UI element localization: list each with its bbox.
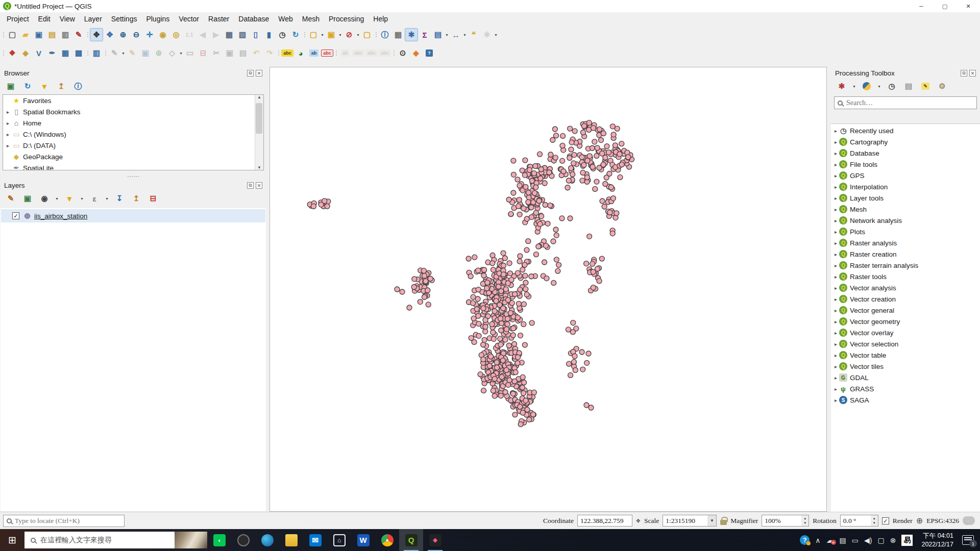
expand-arrow-icon[interactable]: ▸ — [832, 207, 839, 212]
network-icon[interactable]: ▤ — [840, 537, 846, 544]
pan-to-selection-icon[interactable]: ✥ — [103, 28, 116, 41]
minimize-icon[interactable]: ─ — [910, 0, 933, 12]
processing-group-row[interactable]: ▸QRaster analysis — [831, 237, 980, 248]
browser-item-bookmark[interactable]: ▸▯Spatial Bookmarks — [3, 106, 263, 117]
float-panel-icon[interactable]: ⧉ — [247, 70, 254, 77]
python-icon-dropdown[interactable]: ▾ — [877, 84, 881, 89]
expand-arrow-icon[interactable]: ▸ — [832, 296, 839, 302]
word-icon[interactable]: W — [351, 529, 375, 551]
menu-item-layer[interactable]: Layer — [80, 13, 107, 24]
new-geopackage-icon[interactable]: ◆ — [19, 46, 32, 60]
deselect-all-icon[interactable]: ⊘ — [342, 28, 356, 41]
menu-item-web[interactable]: Web — [274, 13, 298, 24]
sum-features-icon[interactable]: Σ — [418, 28, 431, 41]
data-source-manager-icon[interactable]: ❖ — [6, 46, 19, 60]
new-3d-map-view-icon[interactable]: ▧ — [236, 28, 249, 41]
expand-arrow-icon[interactable]: ▸ — [832, 218, 839, 223]
zoom-in-icon[interactable]: ⊕ — [116, 28, 130, 41]
zoom-full-icon[interactable]: ✛ — [143, 28, 156, 41]
chevron-down-icon[interactable]: ▼ — [707, 515, 717, 527]
help-contents-icon[interactable]: ? — [423, 46, 436, 60]
map-tips-icon[interactable]: ❝ — [467, 28, 480, 41]
select-by-location-icon[interactable]: ▢ — [360, 28, 374, 41]
processing-group-row[interactable]: ▸QVector table — [831, 349, 980, 361]
menu-item-plugins[interactable]: Plugins — [141, 13, 174, 24]
menu-item-settings[interactable]: Settings — [107, 13, 142, 24]
filter-legend-icon[interactable]: ▼ — [63, 192, 76, 205]
menu-item-view[interactable]: View — [55, 13, 80, 24]
scale-combo[interactable] — [663, 515, 707, 527]
browser-scrollbar[interactable]: ▲▼ — [255, 95, 263, 170]
notification-center-icon[interactable]: 1 — [962, 535, 974, 545]
expand-arrow-icon[interactable]: ▸ — [832, 330, 839, 336]
vertex-tool-icon-dropdown[interactable]: ▾ — [179, 51, 183, 56]
edge-icon[interactable] — [255, 529, 279, 551]
float-panel-icon[interactable]: ⧉ — [247, 182, 254, 189]
qgis-taskbar-icon[interactable]: Q — [399, 529, 423, 551]
browser-item-folder[interactable]: ▸▭C:\ (Windows) — [3, 129, 263, 140]
magnifier-spinner[interactable]: ▲▼ — [801, 515, 809, 527]
processing-group-row[interactable]: ▸QNetwork analysis — [831, 215, 980, 226]
processing-group-row[interactable]: ▸QFile tools — [831, 159, 980, 170]
processing-group-row[interactable]: ▸ψGRASS — [831, 383, 980, 394]
search-highlight-image[interactable] — [175, 532, 207, 548]
help-tray-icon[interactable]: ? — [800, 535, 810, 545]
expand-arrow-icon[interactable]: ▸ — [832, 308, 839, 313]
messages-icon[interactable] — [963, 516, 975, 525]
processing-group-row[interactable]: ▸QVector analysis — [831, 282, 980, 293]
layer-diagram-icon[interactable]: ◕ — [294, 46, 307, 60]
new-shapefile-icon[interactable]: V — [32, 46, 45, 60]
panel-splitter[interactable] — [0, 174, 266, 179]
edit-features-inplace-icon[interactable]: ✎ — [919, 80, 932, 93]
taskbar-clock[interactable]: 下午 04:01 2022/12/17 — [921, 532, 953, 548]
expand-arrow-icon[interactable]: ▸ — [832, 184, 839, 190]
results-viewer-icon[interactable]: ▤ — [902, 80, 915, 93]
expand-arrow-icon[interactable]: ▸ — [832, 240, 839, 246]
filter-browser-icon[interactable]: ▼ — [38, 80, 51, 93]
refresh-icon[interactable]: ↻ — [289, 28, 302, 41]
browser-item-spatialite[interactable]: ✒SpatiaLite — [3, 162, 263, 170]
expand-arrow-icon[interactable]: ▸ — [832, 341, 839, 347]
close-icon[interactable]: ✕ — [957, 0, 980, 12]
measure-icon-dropdown[interactable]: ▾ — [462, 33, 467, 37]
maximize-icon[interactable]: ▢ — [933, 0, 957, 12]
menu-item-database[interactable]: Database — [234, 13, 274, 24]
globe-icon[interactable]: ⊕ — [916, 516, 923, 525]
expand-arrow-icon[interactable]: ▸ — [832, 364, 839, 369]
expand-arrow-icon[interactable]: ▸ — [832, 285, 839, 291]
camera-app-icon[interactable] — [231, 529, 255, 551]
select-features-icon[interactable]: ▢ — [307, 28, 320, 41]
camera-tray-icon[interactable]: ▢ — [877, 537, 884, 544]
expand-arrow-icon[interactable]: ▸ — [5, 120, 11, 126]
expand-arrow-icon[interactable]: ▸ — [832, 173, 839, 179]
project-new-icon[interactable]: ▢ — [6, 28, 19, 41]
select-features-icon-dropdown[interactable]: ▾ — [320, 33, 325, 37]
magnifier-input[interactable] — [762, 515, 801, 527]
refresh-browser-icon[interactable]: ↻ — [21, 80, 34, 93]
layout-manager-icon[interactable]: ▥ — [59, 28, 72, 41]
expand-arrow-icon[interactable]: ▸ — [832, 375, 839, 381]
expand-arrow-icon[interactable]: ▸ — [832, 263, 839, 268]
highlight-pinned-labels-icon[interactable]: abc — [321, 46, 334, 60]
float-panel-icon[interactable]: ⧉ — [961, 70, 967, 77]
attribute-table-icon[interactable]: ▤ — [431, 28, 445, 41]
expand-arrow-icon[interactable]: ▸ — [832, 139, 839, 145]
add-group-icon[interactable]: ▣ — [21, 192, 34, 205]
close-panel-icon[interactable]: ✕ — [969, 70, 976, 77]
store-icon[interactable]: ⌂ — [327, 529, 351, 551]
hidden-icons-chevron[interactable]: ∧ — [815, 537, 820, 544]
processing-group-row[interactable]: ▸QRaster creation — [831, 248, 980, 260]
expand-arrow-icon[interactable]: ▸ — [832, 252, 839, 257]
metasearch-icon[interactable]: ◆ — [409, 46, 423, 60]
menu-item-processing[interactable]: Processing — [324, 13, 369, 24]
processing-group-row[interactable]: ▸◷Recently used — [831, 125, 980, 136]
eye-protect-icon[interactable]: ⊗ — [890, 537, 896, 544]
expand-arrow-icon[interactable]: ▸ — [5, 132, 11, 137]
temporal-controller-icon[interactable]: ◷ — [276, 28, 289, 41]
processing-toolbox-icon[interactable]: ✱ — [405, 28, 418, 41]
deselect-all-icon-dropdown[interactable]: ▾ — [356, 33, 360, 37]
menu-item-help[interactable]: Help — [369, 13, 393, 24]
expand-arrow-icon[interactable]: ▸ — [832, 319, 839, 324]
processing-group-row[interactable]: ▸QMesh — [831, 204, 980, 215]
browser-item-folder[interactable]: ▸▭D:\ (DATA) — [3, 140, 263, 151]
